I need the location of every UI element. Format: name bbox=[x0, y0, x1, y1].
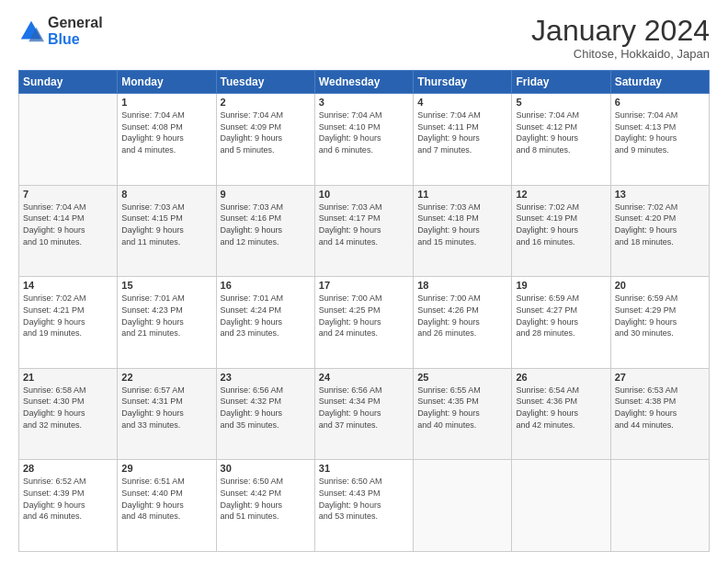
calendar-cell: 14Sunrise: 7:02 AM Sunset: 4:21 PM Dayli… bbox=[19, 277, 118, 369]
day-info: Sunrise: 6:58 AM Sunset: 4:30 PM Dayligh… bbox=[23, 385, 113, 431]
day-number: 16 bbox=[221, 280, 311, 291]
calendar-cell: 27Sunrise: 6:53 AM Sunset: 4:38 PM Dayli… bbox=[610, 368, 709, 460]
weekday-header-monday: Monday bbox=[118, 71, 216, 94]
day-number: 1 bbox=[121, 97, 211, 108]
calendar-cell: 13Sunrise: 7:02 AM Sunset: 4:20 PM Dayli… bbox=[610, 185, 709, 277]
weekday-header-row: SundayMondayTuesdayWednesdayThursdayFrid… bbox=[19, 71, 710, 94]
day-number: 12 bbox=[516, 189, 606, 200]
day-info: Sunrise: 7:03 AM Sunset: 4:16 PM Dayligh… bbox=[221, 201, 311, 247]
weekday-header-friday: Friday bbox=[512, 71, 610, 94]
main-title: January 2024 bbox=[531, 15, 710, 47]
calendar-cell: 22Sunrise: 6:57 AM Sunset: 4:31 PM Dayli… bbox=[118, 368, 216, 460]
day-info: Sunrise: 6:57 AM Sunset: 4:31 PM Dayligh… bbox=[121, 385, 211, 431]
weekday-header-saturday: Saturday bbox=[610, 71, 709, 94]
day-number: 17 bbox=[319, 280, 409, 291]
day-number: 25 bbox=[417, 372, 507, 383]
subtitle: Chitose, Hokkaido, Japan bbox=[531, 47, 710, 61]
day-number: 11 bbox=[417, 189, 507, 200]
day-info: Sunrise: 7:02 AM Sunset: 4:21 PM Dayligh… bbox=[23, 293, 113, 339]
day-info: Sunrise: 6:50 AM Sunset: 4:43 PM Dayligh… bbox=[319, 476, 409, 522]
day-number: 24 bbox=[319, 372, 409, 383]
week-row-1: 7Sunrise: 7:04 AM Sunset: 4:14 PM Daylig… bbox=[19, 185, 710, 277]
day-number: 2 bbox=[221, 97, 311, 108]
calendar-cell: 3Sunrise: 7:04 AM Sunset: 4:10 PM Daylig… bbox=[314, 94, 413, 186]
day-number: 6 bbox=[615, 97, 705, 108]
weekday-header-thursday: Thursday bbox=[414, 71, 512, 94]
day-info: Sunrise: 7:00 AM Sunset: 4:26 PM Dayligh… bbox=[417, 293, 507, 339]
calendar-cell: 1Sunrise: 7:04 AM Sunset: 4:08 PM Daylig… bbox=[118, 94, 216, 186]
logo: General Blue bbox=[18, 15, 103, 48]
weekday-header-wednesday: Wednesday bbox=[314, 71, 413, 94]
calendar-cell: 12Sunrise: 7:02 AM Sunset: 4:19 PM Dayli… bbox=[512, 185, 610, 277]
day-info: Sunrise: 6:53 AM Sunset: 4:38 PM Dayligh… bbox=[615, 385, 705, 431]
day-number: 31 bbox=[319, 463, 409, 474]
calendar-cell: 2Sunrise: 7:04 AM Sunset: 4:09 PM Daylig… bbox=[216, 94, 314, 186]
day-info: Sunrise: 6:50 AM Sunset: 4:42 PM Dayligh… bbox=[221, 476, 311, 522]
calendar-cell: 19Sunrise: 6:59 AM Sunset: 4:27 PM Dayli… bbox=[512, 277, 610, 369]
day-number: 4 bbox=[417, 97, 507, 108]
calendar-cell: 10Sunrise: 7:03 AM Sunset: 4:17 PM Dayli… bbox=[314, 185, 413, 277]
calendar-cell: 23Sunrise: 6:56 AM Sunset: 4:32 PM Dayli… bbox=[216, 368, 314, 460]
day-info: Sunrise: 7:02 AM Sunset: 4:19 PM Dayligh… bbox=[516, 201, 606, 247]
calendar-cell bbox=[610, 460, 709, 552]
calendar-table: SundayMondayTuesdayWednesdayThursdayFrid… bbox=[18, 70, 710, 552]
logo-icon bbox=[18, 18, 44, 44]
day-number: 18 bbox=[417, 280, 507, 291]
calendar-cell: 25Sunrise: 6:55 AM Sunset: 4:35 PM Dayli… bbox=[414, 368, 512, 460]
day-info: Sunrise: 6:59 AM Sunset: 4:29 PM Dayligh… bbox=[615, 293, 705, 339]
day-info: Sunrise: 6:54 AM Sunset: 4:36 PM Dayligh… bbox=[516, 385, 606, 431]
day-number: 23 bbox=[221, 372, 311, 383]
page: General Blue January 2024 Chitose, Hokka… bbox=[0, 0, 728, 563]
calendar-cell: 30Sunrise: 6:50 AM Sunset: 4:42 PM Dayli… bbox=[216, 460, 314, 552]
logo-text: General Blue bbox=[48, 15, 103, 48]
day-info: Sunrise: 7:04 AM Sunset: 4:11 PM Dayligh… bbox=[417, 109, 507, 155]
calendar-cell bbox=[19, 94, 118, 186]
day-number: 5 bbox=[516, 97, 606, 108]
day-info: Sunrise: 7:02 AM Sunset: 4:20 PM Dayligh… bbox=[615, 201, 705, 247]
day-number: 19 bbox=[516, 280, 606, 291]
calendar-cell: 17Sunrise: 7:00 AM Sunset: 4:25 PM Dayli… bbox=[314, 277, 413, 369]
day-number: 20 bbox=[615, 280, 705, 291]
calendar-cell: 4Sunrise: 7:04 AM Sunset: 4:11 PM Daylig… bbox=[414, 94, 512, 186]
day-info: Sunrise: 7:01 AM Sunset: 4:24 PM Dayligh… bbox=[221, 293, 311, 339]
calendar-cell: 6Sunrise: 7:04 AM Sunset: 4:13 PM Daylig… bbox=[610, 94, 709, 186]
header: General Blue January 2024 Chitose, Hokka… bbox=[18, 15, 710, 61]
calendar-cell: 28Sunrise: 6:52 AM Sunset: 4:39 PM Dayli… bbox=[19, 460, 118, 552]
calendar-cell: 16Sunrise: 7:01 AM Sunset: 4:24 PM Dayli… bbox=[216, 277, 314, 369]
day-number: 3 bbox=[319, 97, 409, 108]
calendar-cell: 24Sunrise: 6:56 AM Sunset: 4:34 PM Dayli… bbox=[314, 368, 413, 460]
week-row-2: 14Sunrise: 7:02 AM Sunset: 4:21 PM Dayli… bbox=[19, 277, 710, 369]
weekday-header-tuesday: Tuesday bbox=[216, 71, 314, 94]
day-info: Sunrise: 7:03 AM Sunset: 4:18 PM Dayligh… bbox=[417, 201, 507, 247]
calendar-cell bbox=[414, 460, 512, 552]
day-info: Sunrise: 6:59 AM Sunset: 4:27 PM Dayligh… bbox=[516, 293, 606, 339]
title-block: January 2024 Chitose, Hokkaido, Japan bbox=[531, 15, 710, 61]
day-number: 8 bbox=[121, 189, 211, 200]
day-number: 21 bbox=[23, 372, 113, 383]
day-info: Sunrise: 7:04 AM Sunset: 4:14 PM Dayligh… bbox=[23, 201, 113, 247]
day-number: 28 bbox=[23, 463, 113, 474]
calendar-cell: 7Sunrise: 7:04 AM Sunset: 4:14 PM Daylig… bbox=[19, 185, 118, 277]
day-number: 29 bbox=[121, 463, 211, 474]
calendar-cell: 11Sunrise: 7:03 AM Sunset: 4:18 PM Dayli… bbox=[414, 185, 512, 277]
day-info: Sunrise: 6:56 AM Sunset: 4:34 PM Dayligh… bbox=[319, 385, 409, 431]
day-info: Sunrise: 7:04 AM Sunset: 4:13 PM Dayligh… bbox=[615, 109, 705, 155]
week-row-4: 28Sunrise: 6:52 AM Sunset: 4:39 PM Dayli… bbox=[19, 460, 710, 552]
calendar-cell: 31Sunrise: 6:50 AM Sunset: 4:43 PM Dayli… bbox=[314, 460, 413, 552]
day-number: 13 bbox=[615, 189, 705, 200]
day-number: 27 bbox=[615, 372, 705, 383]
day-number: 26 bbox=[516, 372, 606, 383]
calendar-cell: 29Sunrise: 6:51 AM Sunset: 4:40 PM Dayli… bbox=[118, 460, 216, 552]
calendar-cell: 21Sunrise: 6:58 AM Sunset: 4:30 PM Dayli… bbox=[19, 368, 118, 460]
calendar-cell: 18Sunrise: 7:00 AM Sunset: 4:26 PM Dayli… bbox=[414, 277, 512, 369]
week-row-0: 1Sunrise: 7:04 AM Sunset: 4:08 PM Daylig… bbox=[19, 94, 710, 186]
day-info: Sunrise: 7:04 AM Sunset: 4:09 PM Dayligh… bbox=[221, 109, 311, 155]
calendar-cell: 26Sunrise: 6:54 AM Sunset: 4:36 PM Dayli… bbox=[512, 368, 610, 460]
calendar-cell: 20Sunrise: 6:59 AM Sunset: 4:29 PM Dayli… bbox=[610, 277, 709, 369]
day-info: Sunrise: 7:01 AM Sunset: 4:23 PM Dayligh… bbox=[121, 293, 211, 339]
day-info: Sunrise: 7:03 AM Sunset: 4:17 PM Dayligh… bbox=[319, 201, 409, 247]
calendar-cell: 15Sunrise: 7:01 AM Sunset: 4:23 PM Dayli… bbox=[118, 277, 216, 369]
day-info: Sunrise: 7:04 AM Sunset: 4:08 PM Dayligh… bbox=[121, 109, 211, 155]
day-number: 14 bbox=[23, 280, 113, 291]
day-number: 22 bbox=[121, 372, 211, 383]
